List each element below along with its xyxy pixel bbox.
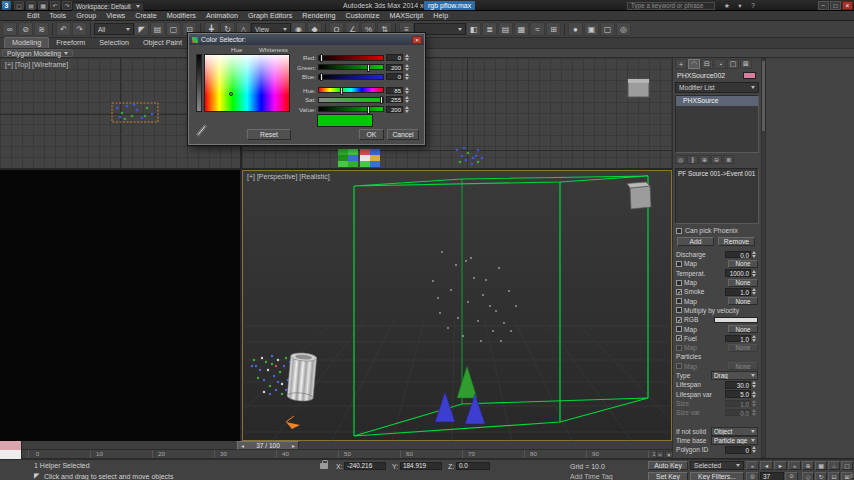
rectangular-selection-icon[interactable]: ▢ xyxy=(166,22,181,36)
viewport-bottom-left[interactable] xyxy=(0,170,240,441)
render-production-icon[interactable]: ◎ xyxy=(616,22,631,36)
menu-item[interactable]: Group xyxy=(71,11,101,21)
cancel-button[interactable]: Cancel xyxy=(387,129,419,140)
emitter-box[interactable] xyxy=(628,79,649,97)
param-map-button[interactable]: None xyxy=(728,362,758,370)
param-checkbox[interactable] xyxy=(676,335,682,341)
menu-item[interactable]: Customize xyxy=(340,11,384,21)
save-file-icon[interactable]: ▦ xyxy=(38,1,48,10)
pan-icon[interactable]: ◇ xyxy=(802,472,814,480)
resize-grip[interactable]: ◢ xyxy=(848,471,853,479)
zoom-all-icon[interactable]: ▦ xyxy=(815,461,827,470)
cone-objects[interactable] xyxy=(435,366,485,424)
hierarchy-tab-icon[interactable]: ⊟ xyxy=(701,59,713,69)
display-tab-icon[interactable]: ▢ xyxy=(727,59,739,69)
channel-value[interactable]: 200 xyxy=(386,106,403,113)
param-dropdown[interactable]: Particle age xyxy=(711,436,758,445)
channel-value[interactable]: 0 xyxy=(386,73,403,80)
motion-tab-icon[interactable]: ◔ xyxy=(714,59,726,69)
material-editor-icon[interactable]: ● xyxy=(568,22,583,36)
spinner-arrows[interactable] xyxy=(405,106,411,113)
ok-button[interactable]: OK xyxy=(359,129,384,140)
param-color-swatch[interactable] xyxy=(714,317,758,323)
cylinder-object[interactable] xyxy=(287,352,317,402)
time-slider-handle[interactable]: ◄ 37 / 100 ► xyxy=(237,441,299,450)
slider-thumb[interactable] xyxy=(320,54,323,62)
rendered-frame-icon[interactable]: ▢ xyxy=(600,22,615,36)
menu-item[interactable]: MAXScript xyxy=(384,11,428,21)
slider-thumb[interactable] xyxy=(367,106,370,114)
dialog-titlebar[interactable]: Color Selector: xyxy=(189,34,424,45)
param-map-button[interactable]: None xyxy=(728,279,758,287)
pf-source-icon[interactable] xyxy=(112,103,158,122)
spinner-arrows[interactable] xyxy=(405,64,411,71)
modifier-stack[interactable]: PHXSource xyxy=(675,95,759,153)
key-mode-dropdown[interactable]: Selected xyxy=(690,461,744,470)
field-of-view-icon[interactable]: ⊡ xyxy=(828,472,840,480)
select-and-link-icon[interactable]: ∞ xyxy=(2,22,17,36)
param-checkbox[interactable] xyxy=(676,326,682,332)
utilities-tab-icon[interactable]: ⊠ xyxy=(740,59,752,69)
emitter-list-item[interactable]: PF Source 001->Event 001 xyxy=(676,169,758,178)
mini-curve-editor-icon[interactable]: ≈ xyxy=(656,451,664,458)
key-filters-button[interactable]: Key Filters... xyxy=(690,472,744,480)
param-spinner[interactable]: 0 xyxy=(725,446,758,454)
menu-item[interactable]: Help xyxy=(428,11,453,21)
channel-value[interactable]: 85 xyxy=(386,87,403,94)
menu-item[interactable]: Graph Editors xyxy=(243,11,297,21)
create-tab-icon[interactable]: + xyxy=(675,59,687,69)
param-checkbox[interactable] xyxy=(676,289,682,295)
set-key-button[interactable]: Set Key xyxy=(648,472,688,480)
stack-item-selected[interactable]: PHXSource xyxy=(676,96,758,106)
modify-tab-icon[interactable]: ◠ xyxy=(688,59,700,69)
param-spinner[interactable]: 5.0 xyxy=(725,390,758,398)
param-map-button[interactable]: None xyxy=(728,260,758,268)
param-checkbox[interactable] xyxy=(676,261,682,267)
auto-key-button[interactable]: Auto Key xyxy=(648,461,688,470)
channel-value[interactable]: 0 xyxy=(386,54,403,61)
selection-filter-dropdown[interactable]: All xyxy=(94,23,134,35)
param-checkbox[interactable] xyxy=(676,317,682,323)
param-spinner[interactable]: 30.0 xyxy=(725,381,758,389)
select-by-name-icon[interactable]: ▤ xyxy=(150,22,165,36)
param-dropdown[interactable]: Object xyxy=(711,427,758,436)
param-map-button[interactable]: None xyxy=(728,297,758,305)
channel-slider[interactable] xyxy=(318,55,384,61)
bind-to-space-warp-icon[interactable]: ≋ xyxy=(34,22,49,36)
go-to-end-icon[interactable]: » xyxy=(788,461,801,470)
listener-script-row[interactable] xyxy=(0,450,21,459)
make-unique-icon[interactable]: ⊕ xyxy=(699,155,710,164)
new-scene-icon[interactable]: ▢ xyxy=(14,1,24,10)
channel-value[interactable]: 255 xyxy=(386,96,403,103)
search-input[interactable] xyxy=(627,2,715,10)
workspace-dropdown[interactable]: Workspace: Default xyxy=(72,2,144,11)
previous-frame-icon[interactable]: ◄ xyxy=(760,461,773,470)
ribbon-tab[interactable]: Freeform xyxy=(49,38,92,48)
menu-item[interactable]: Tools xyxy=(44,11,71,21)
remove-button[interactable]: Remove xyxy=(718,237,755,246)
param-spinner[interactable]: 1.0 xyxy=(725,335,758,343)
maximize-icon[interactable]: □ xyxy=(830,1,841,10)
listener-macro-row[interactable] xyxy=(0,441,21,450)
param-map-button[interactable]: None xyxy=(728,344,758,352)
object-name[interactable]: PHXSource002 xyxy=(677,72,725,79)
param-spinner[interactable]: 0.0 xyxy=(725,251,758,259)
param-map-button[interactable]: None xyxy=(728,325,758,333)
align-icon[interactable]: ≣ xyxy=(482,22,497,36)
blackness-slider[interactable] xyxy=(196,54,202,112)
layer-manager-icon[interactable]: ▤ xyxy=(498,22,513,36)
param-spinner[interactable]: 1000.0 xyxy=(725,269,758,277)
param-spinner[interactable]: 1.0 xyxy=(725,288,758,296)
command-panel-scrollbar[interactable] xyxy=(761,58,766,458)
emitter-box[interactable] xyxy=(627,182,651,209)
go-to-start-icon[interactable]: « xyxy=(746,461,759,470)
zoom-region-icon[interactable]: ▢ xyxy=(841,461,853,470)
trackbar-filter-icon[interactable]: ▾ xyxy=(665,451,673,458)
ribbon-toggle-icon[interactable]: ▦ xyxy=(514,22,529,36)
menu-item[interactable]: Animation xyxy=(201,11,243,21)
channel-slider[interactable] xyxy=(318,106,384,112)
pin-stack-icon[interactable]: ◎ xyxy=(675,155,686,164)
zoom-extents-icon[interactable]: ⌂ xyxy=(828,461,840,470)
z-coordinate-field[interactable]: 0.0 xyxy=(456,462,490,470)
favorites-star-icon[interactable]: ★ xyxy=(722,1,732,10)
